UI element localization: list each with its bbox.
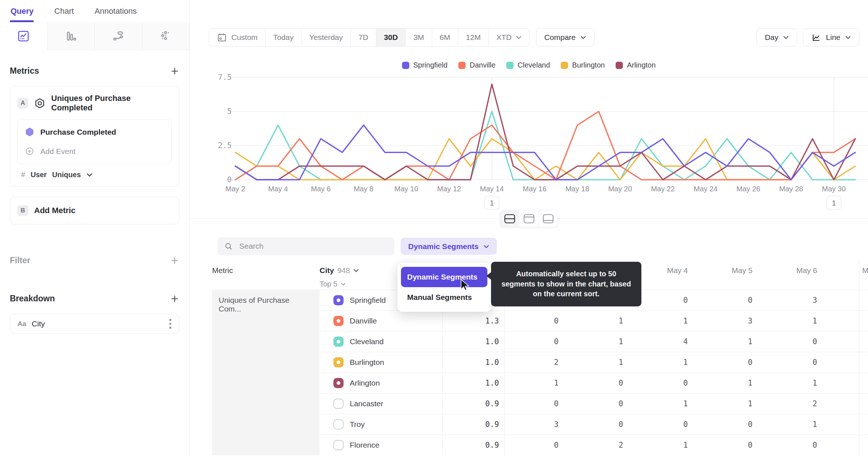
segment-row-danville[interactable]: Danville	[320, 310, 442, 331]
add-metric-plus-icon[interactable]	[170, 66, 179, 76]
legend-item-arlington[interactable]: Arlington	[616, 61, 656, 69]
checkbox-dot	[337, 298, 340, 302]
segment-checkbox-checked[interactable]	[333, 316, 344, 326]
add-event-label: Add Event	[40, 147, 76, 156]
add-breakdown-plus-icon[interactable]	[170, 294, 179, 304]
metric-card-a[interactable]: A Uniques of Purchase Completed	[10, 86, 179, 187]
legend-item-cleveland[interactable]: Cleveland	[506, 61, 550, 69]
add-filter-plus-icon[interactable]	[170, 256, 179, 265]
compare-button[interactable]: Compare	[536, 28, 595, 46]
metric-hexagon-icon	[34, 98, 45, 109]
interval-dropdown[interactable]: Day	[757, 28, 797, 46]
nav-tab-annotations[interactable]: Annotations	[94, 7, 137, 16]
tooltip-arrow	[486, 272, 491, 280]
segment-checkbox-checked[interactable]	[333, 337, 344, 347]
main-panel: CustomTodayYesterday7D30D3M6M12MXTD Comp…	[190, 0, 868, 456]
measure-type: Uniques	[52, 171, 81, 179]
segment-day-value: 1	[569, 310, 634, 331]
chart-style-dropdown[interactable]: Line	[803, 28, 859, 46]
segment-checkbox-checked[interactable]	[333, 357, 344, 367]
segment-day-value: 1	[569, 352, 634, 372]
chart-type-tab[interactable]	[142, 22, 190, 50]
annotation-badge[interactable]: 1	[484, 196, 499, 209]
measure-selector[interactable]: # User Uniques	[17, 171, 172, 179]
active-tab-underline	[10, 20, 34, 22]
search-input[interactable]	[239, 241, 388, 251]
segment-row-burlington[interactable]: Burlington	[320, 352, 442, 372]
line-chart[interactable]: 02.557.5May 2May 4May 6May 8May 10May 12…	[190, 73, 868, 211]
add-metric-card[interactable]: B Add Metric	[10, 197, 179, 224]
segment-row-troy[interactable]: Troy	[320, 414, 442, 435]
dynamic-segments-tooltip: Automatically select up to 50 segments t…	[491, 262, 641, 306]
chart-type-tab[interactable]	[0, 22, 48, 50]
date-range-label: Today	[273, 33, 293, 42]
segment-row-cleveland[interactable]: Cleveland	[320, 331, 442, 352]
segment-day-value: 1	[699, 393, 763, 414]
date-range-custom[interactable]: Custom	[209, 29, 265, 46]
segment-avg-value: 1.0	[442, 372, 505, 393]
segments-mode-dropdown[interactable]: Dynamic Segments	[401, 238, 497, 255]
segment-row-lancaster[interactable]: Lancaster	[320, 393, 442, 414]
breakdown-property-city[interactable]: Aa City	[10, 314, 179, 334]
segment-name: Springfield	[350, 296, 386, 305]
legend-item-springfield[interactable]: Springfield	[402, 61, 448, 69]
segment-day-value: 0	[763, 352, 828, 372]
chart-type-tab[interactable]	[48, 22, 95, 50]
kebab-menu-icon[interactable]	[169, 318, 172, 330]
add-event-row[interactable]: Add Event	[18, 142, 171, 161]
segment-day-value: 1	[763, 414, 828, 435]
date-range-7d[interactable]: 7D	[351, 29, 376, 46]
annotation-badge[interactable]: 1	[827, 196, 841, 209]
spacer-cell	[828, 331, 859, 352]
segment-search[interactable]	[218, 237, 394, 255]
segment-checkbox-unchecked[interactable]	[333, 440, 344, 450]
segment-checkbox-checked[interactable]	[333, 378, 344, 388]
svg-text:1: 1	[832, 199, 836, 207]
nav-tab-chart[interactable]: Chart	[54, 7, 74, 16]
table-header-date: May 6	[763, 259, 828, 290]
clipped-cell	[859, 290, 868, 310]
segment-checkbox-unchecked[interactable]	[333, 419, 344, 429]
segment-checkbox-checked[interactable]	[333, 295, 344, 305]
clipped-cell	[859, 310, 868, 331]
date-range-today[interactable]: Today	[265, 29, 301, 46]
date-range-yesterday[interactable]: Yesterday	[301, 29, 351, 46]
date-range-6m[interactable]: 6M	[432, 29, 458, 46]
legend-item-danville[interactable]: Danville	[458, 61, 495, 69]
interval-label: Day	[765, 33, 778, 42]
segment-day-value: 4	[634, 331, 699, 352]
legend-label: Arlington	[627, 61, 656, 69]
date-range-30d[interactable]: 30D	[376, 29, 406, 46]
measure-prefix: #	[21, 171, 25, 179]
segment-day-value: 1	[699, 372, 763, 393]
segment-day-value: 1	[634, 352, 699, 372]
top-n-label: Top 5	[320, 280, 337, 288]
metric-row-label: Uniques of Purchase Com...	[212, 290, 320, 455]
chart-style-label: Line	[826, 33, 840, 42]
chart-svg: 02.557.5May 2May 4May 6May 8May 10May 12…	[190, 73, 868, 211]
chart-type-tab[interactable]	[95, 22, 142, 50]
date-range-label: Custom	[231, 33, 257, 42]
legend-item-burlington[interactable]: Burlington	[561, 61, 605, 69]
table-header-metric: Metric	[212, 259, 320, 290]
segment-day-value: 0	[569, 372, 634, 393]
spacer-cell	[828, 393, 859, 414]
table-header-date: May 4	[634, 259, 699, 290]
metric-a-badge: A	[17, 98, 28, 109]
segment-checkbox-unchecked[interactable]	[333, 399, 344, 409]
date-range-12m[interactable]: 12M	[458, 29, 489, 46]
date-range-xtd[interactable]: XTD	[489, 29, 529, 46]
segment-day-value: 0	[505, 435, 569, 455]
date-range-label: 30D	[384, 33, 398, 42]
event-row[interactable]: Purchase Completed	[18, 122, 171, 142]
table-header-date: May 7	[859, 259, 868, 290]
menu-item-manual-segments[interactable]: Manual Segments	[401, 287, 487, 308]
scatter-chart-icon	[159, 30, 172, 42]
date-range-3m[interactable]: 3M	[406, 29, 432, 46]
menu-item-dynamic-segments[interactable]: Dynamic Segments	[401, 267, 487, 287]
legend-swatch	[506, 62, 514, 69]
nav-tab-query[interactable]: Query	[11, 7, 34, 16]
segment-row-florence[interactable]: Florence	[320, 435, 442, 455]
line-chart-icon	[811, 33, 821, 42]
segment-row-arlington[interactable]: Arlington	[320, 372, 442, 393]
